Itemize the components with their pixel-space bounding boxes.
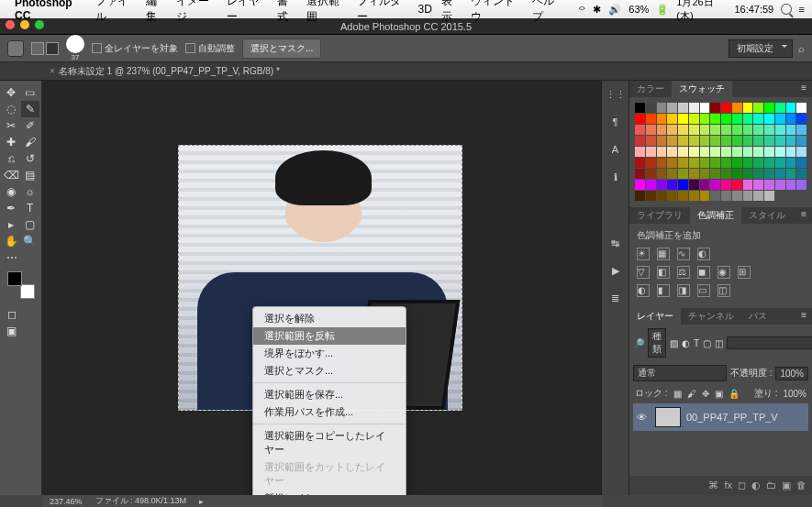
search-icon[interactable]: ⌕ [798,43,805,54]
swatch[interactable] [732,114,742,124]
invert-icon[interactable]: ◐ [637,284,650,297]
swatch[interactable] [646,191,656,201]
edit-toolbar[interactable]: ⋯ [2,249,21,266]
gradient-tool[interactable]: ▤ [21,167,40,183]
swatch[interactable] [743,114,753,124]
swatch[interactable] [743,147,753,157]
blur-tool[interactable]: ◉ [2,183,21,200]
close-button[interactable] [6,20,15,29]
swatch[interactable] [764,103,774,113]
threshold-icon[interactable]: ◨ [677,284,690,297]
swatch[interactable] [786,114,796,124]
swatch[interactable] [678,147,688,157]
swatch[interactable] [753,180,763,190]
swatch[interactable] [775,136,785,146]
filter-pixels-icon[interactable]: ▧ [670,338,678,348]
layer-filter-select[interactable]: 種類 [648,328,666,358]
swatch[interactable] [732,180,742,190]
levels-icon[interactable]: ▦ [657,248,670,260]
document-tab[interactable]: 名称未設定 1 @ 237% (00_PP47_PP_TP_V, RGB/8) … [59,65,280,78]
swatch[interactable] [657,103,667,113]
swatch[interactable] [796,158,806,168]
balance-icon[interactable]: ⚖ [677,266,690,279]
swatch[interactable] [667,147,677,157]
swatch[interactable] [657,136,667,146]
swatch[interactable] [710,158,720,168]
swatch[interactable] [753,158,763,168]
swatch[interactable] [646,125,656,135]
lock-paint-icon[interactable]: 🖌 [687,389,696,399]
swatch[interactable] [646,114,656,124]
brushes-panel-icon[interactable]: ⋮⋮ [607,86,624,103]
swatch[interactable] [796,180,806,190]
swatch[interactable] [786,103,796,113]
filter-smart-icon[interactable]: ◫ [715,338,723,348]
swatch[interactable] [667,125,677,135]
marquee-tool[interactable]: ▭ [21,84,40,101]
swatch[interactable] [700,103,710,113]
swatch[interactable] [721,169,731,179]
context-menu-item[interactable]: 選択範囲を保存... [253,386,406,403]
swatch[interactable] [743,158,753,168]
swatch[interactable] [764,125,774,135]
swatch[interactable] [786,147,796,157]
swatch[interactable] [764,158,774,168]
minimize-button[interactable] [20,20,29,29]
swatch[interactable] [775,180,785,190]
swatch[interactable] [786,158,796,168]
vibrance-icon[interactable]: ▽ [637,266,650,279]
quickmask-tool[interactable]: ◻ [2,306,21,323]
posterize-icon[interactable]: ▮ [657,284,670,297]
new-group-icon[interactable]: 🗀 [766,479,776,491]
maximize-button[interactable] [35,20,44,29]
doc-info-arrow-icon[interactable]: ▸ [199,497,204,506]
layer-thumbnail[interactable] [655,407,681,427]
swatch[interactable] [710,136,720,146]
swatch[interactable] [775,103,785,113]
panel-menu-icon[interactable]: ≡ [795,207,812,224]
lasso-tool[interactable]: ◌ [2,101,21,117]
swatch[interactable] [689,158,699,168]
swatch[interactable] [657,169,667,179]
swatch[interactable] [743,103,753,113]
new-adjustment-icon[interactable]: ◐ [751,479,761,491]
dodge-tool[interactable]: ☼ [21,183,40,200]
swatch[interactable] [700,125,710,135]
swatch[interactable] [710,125,720,135]
swatch[interactable] [721,136,731,146]
swatch[interactable] [764,136,774,146]
swatch[interactable] [710,169,720,179]
selection-mode-icons[interactable] [31,42,59,55]
swatch[interactable] [743,180,753,190]
swatch[interactable] [657,180,667,190]
workspace-selector[interactable]: 初期設定 [729,39,793,58]
lock-all-icon[interactable]: 🔒 [729,389,740,399]
swatch[interactable] [732,136,742,146]
color-picker[interactable] [7,271,35,299]
wifi-icon[interactable]: ⌔ [579,4,585,15]
swatch[interactable] [657,147,667,157]
library-tab[interactable]: ライブラリ [629,207,690,224]
swatch[interactable] [689,114,699,124]
swatch[interactable] [678,180,688,190]
swatch[interactable] [689,191,699,201]
swatch[interactable] [743,191,753,201]
swatch[interactable] [678,136,688,146]
swatch[interactable] [646,103,656,113]
bluetooth-icon[interactable]: ✱ [593,4,601,16]
swatch[interactable] [646,136,656,146]
adjust-tab[interactable]: 色調補正 [690,207,741,224]
swatch[interactable] [764,114,774,124]
swatch-tab[interactable]: スウォッチ [672,81,732,97]
healing-tool[interactable]: ✚ [2,134,21,150]
menu-layer[interactable]: レイヤー [227,0,268,25]
swatch[interactable] [700,114,710,124]
swatch[interactable] [796,136,806,146]
swatch[interactable] [700,158,710,168]
layer-fx-icon[interactable]: fx [724,479,732,491]
swatch[interactable] [764,191,774,201]
doc-info[interactable]: ファイル : 498.0K/1.13M [95,495,187,507]
type-tool[interactable]: T [21,200,40,216]
auto-enhance-checkbox[interactable]: 自動調整 [185,42,235,55]
swatch[interactable] [678,158,688,168]
